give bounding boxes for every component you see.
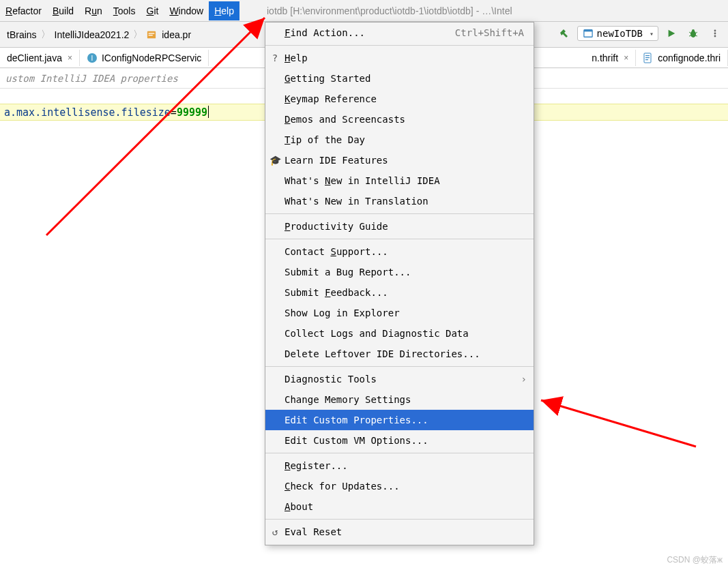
breadcrumb-item[interactable]: IntelliJIdea2021.2 xyxy=(52,28,132,42)
menu-item-show-log-in-explorer[interactable]: Show Log in Explorer xyxy=(265,303,534,323)
menu-item-label: Keymap Reference xyxy=(285,93,377,104)
menu-refactor[interactable]: Refactor xyxy=(0,1,47,20)
code-property-value: 99999 xyxy=(177,106,207,119)
menu-item-label: Help xyxy=(285,52,308,63)
menu-build[interactable]: Build xyxy=(47,1,79,20)
menu-item-label: Submit Feedback... xyxy=(285,287,388,298)
menu-item-label: Learn IDE Features xyxy=(285,155,388,166)
help-icon: ? xyxy=(270,52,280,63)
menu-item-eval-reset[interactable]: ↺Eval Reset xyxy=(265,522,534,542)
tab-declient-java[interactable]: deClient.java × xyxy=(0,50,80,66)
menu-item-find-action[interactable]: Find Action...Ctrl+Shift+A xyxy=(265,22,534,43)
menu-item-label: Eval Reset xyxy=(285,526,342,537)
menu-item-check-for-updates[interactable]: Check for Updates... xyxy=(265,476,534,496)
hammer-icon xyxy=(559,28,570,39)
tab-iconfignoderpcservice[interactable]: I IConfigNodeRPCServic xyxy=(80,50,209,66)
menu-item-label: What's New in Translation xyxy=(285,196,428,207)
submenu-arrow-icon: › xyxy=(521,374,527,385)
tab-label: deClient.java xyxy=(7,52,62,63)
svg-rect-4 xyxy=(583,30,592,32)
menu-item-label: Delete Leftover IDE Directories... xyxy=(285,348,480,359)
menu-item-keymap-reference[interactable]: Keymap Reference xyxy=(265,89,534,109)
menu-item-label: What's New in IntelliJ IDEA xyxy=(285,175,440,186)
tab-label: IConfigNodeRPCServic xyxy=(102,52,201,63)
breadcrumb-item[interactable]: idea.pr xyxy=(144,28,194,42)
menu-item-collect-logs-and-diagnostic-data[interactable]: Collect Logs and Diagnostic Data xyxy=(265,323,534,344)
menu-item-submit-a-bug-report[interactable]: Submit a Bug Report... xyxy=(265,262,534,282)
menu-item-label: About xyxy=(285,501,313,512)
help-menu-dropdown: Find Action...Ctrl+Shift+A?HelpGetting S… xyxy=(265,22,534,545)
java-interface-icon: I xyxy=(87,52,98,63)
menu-help[interactable]: Help xyxy=(209,1,239,20)
svg-rect-19 xyxy=(645,59,648,60)
menu-item-label: Submit a Bug Report... xyxy=(285,267,411,278)
close-icon[interactable]: × xyxy=(624,53,628,63)
kebab-icon xyxy=(711,29,719,38)
text-caret xyxy=(208,106,209,118)
menu-item-label: Change Memory Settings xyxy=(285,394,411,405)
svg-rect-1 xyxy=(149,33,155,33)
run-config-selector[interactable]: newIoTDB xyxy=(577,26,658,41)
menu-git[interactable]: Git xyxy=(141,1,164,20)
menu-item-tip-of-the-day[interactable]: Tip of the Day xyxy=(265,130,534,150)
menu-item-diagnostic-tools[interactable]: Diagnostic Tools› xyxy=(265,369,534,389)
menu-item-what-s-new-in-translation[interactable]: What's New in Translation xyxy=(265,191,534,211)
menu-item-label: Productivity Guide xyxy=(285,221,388,232)
run-toolbar: newIoTDB xyxy=(555,25,724,42)
menu-shortcut: Ctrl+Shift+A xyxy=(455,27,524,38)
build-button[interactable] xyxy=(555,25,573,42)
menu-item-label: Tip of the Day xyxy=(285,134,365,145)
menu-tools[interactable]: Tools xyxy=(108,1,141,20)
tab-label: n.thrift xyxy=(592,52,618,63)
application-icon xyxy=(583,29,593,38)
play-icon xyxy=(667,29,676,38)
breadcrumb-sep: 〉 xyxy=(132,29,144,41)
menu-separator xyxy=(265,519,534,520)
menu-item-label: Register... xyxy=(285,460,348,471)
menu-item-what-s-new-in-intellij-idea[interactable]: What's New in IntelliJ IDEA xyxy=(265,170,534,191)
menu-item-label: Diagnostic Tools xyxy=(285,374,377,385)
menu-item-help[interactable]: ?Help xyxy=(265,48,534,68)
run-button[interactable] xyxy=(663,25,680,42)
code-property-key: a.max.intellisense.filesize xyxy=(4,106,171,119)
svg-rect-17 xyxy=(645,55,650,56)
debug-button[interactable] xyxy=(684,25,702,42)
svg-point-12 xyxy=(714,33,716,35)
menu-item-submit-feedback[interactable]: Submit Feedback... xyxy=(265,282,534,303)
menu-item-label: Find Action... xyxy=(285,27,365,38)
svg-rect-18 xyxy=(645,57,650,58)
menu-item-edit-custom-properties[interactable]: Edit Custom Properties... xyxy=(265,410,534,430)
menu-run[interactable]: Run xyxy=(79,1,108,20)
tab-n-thrift[interactable]: n.thrift × xyxy=(585,50,636,66)
refresh-icon: ↺ xyxy=(270,526,280,537)
menu-item-delete-leftover-ide-directories[interactable]: Delete Leftover IDE Directories... xyxy=(265,344,534,364)
more-run-button[interactable] xyxy=(706,25,724,42)
menubar: Refactor Build Run Tools Git Window Help… xyxy=(0,0,728,22)
menu-item-about[interactable]: About xyxy=(265,496,534,517)
run-config-label: newIoTDB xyxy=(597,28,643,39)
menu-window[interactable]: Window xyxy=(164,1,209,20)
tab-label: confignode.thri xyxy=(658,52,720,63)
menu-item-label: Show Log in Explorer xyxy=(285,308,400,318)
bug-icon xyxy=(688,28,699,39)
menu-item-getting-started[interactable]: Getting Started xyxy=(265,68,534,89)
code-equals: = xyxy=(171,106,177,119)
menu-item-edit-custom-vm-options[interactable]: Edit Custom VM Options... xyxy=(265,430,534,451)
menu-item-demos-and-screencasts[interactable]: Demos and Screencasts xyxy=(265,109,534,130)
menu-item-learn-ide-features[interactable]: 🎓Learn IDE Features xyxy=(265,150,534,170)
tab-confignode-thrift[interactable]: confignode.thri xyxy=(636,50,728,66)
menu-separator xyxy=(265,366,534,367)
menu-item-productivity-guide[interactable]: Productivity Guide xyxy=(265,216,534,237)
menu-item-label: Check for Updates... xyxy=(285,481,400,492)
menu-separator xyxy=(265,239,534,239)
breadcrumb-item[interactable]: tBrains xyxy=(4,28,40,42)
close-icon[interactable]: × xyxy=(68,53,72,63)
menu-item-change-memory-settings[interactable]: Change Memory Settings xyxy=(265,389,534,410)
menu-item-register[interactable]: Register... xyxy=(265,455,534,476)
menu-item-label: Contact Support... xyxy=(285,246,388,257)
svg-point-11 xyxy=(714,30,716,32)
window-title: iotdb [H:\environment\product\iotdb-1\io… xyxy=(267,5,512,16)
menu-item-contact-support[interactable]: Contact Support... xyxy=(265,241,534,262)
breadcrumb[interactable]: tBrains 〉 IntelliJIdea2021.2 〉 idea.pr xyxy=(4,28,194,42)
svg-line-8 xyxy=(689,35,691,36)
